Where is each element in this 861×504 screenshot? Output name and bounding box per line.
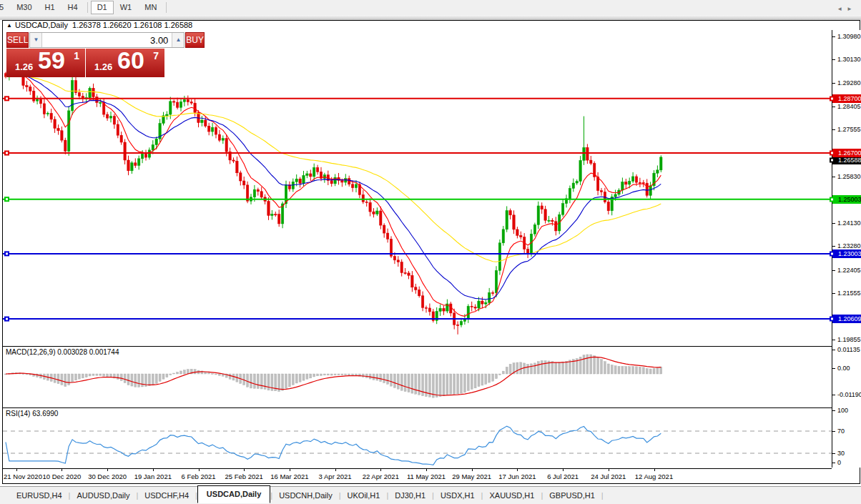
chart-title-symbol: USDCAD,Daily [15, 21, 68, 29]
date-tick [244, 469, 245, 471]
date-label: 29 May 2021 [452, 473, 491, 480]
rsi-pane-canvas[interactable] [3, 408, 832, 468]
price-axis-tick: 1.24130 [832, 219, 861, 227]
rsi-axis-tick: 30 [832, 450, 861, 457]
buy-price-figure: 1.26 [94, 61, 112, 72]
date-label: 21 Nov 2020 [4, 473, 42, 480]
chart-title-ohlc: 1.26378 1.26620 1.26108 1.26588 [72, 21, 192, 29]
chart-tab-usdcnh-daily[interactable]: USDCNH,Daily [272, 488, 339, 503]
chart-tab-eurusd-h4[interactable]: EURUSD,H4 [10, 488, 69, 503]
macd-indicator-label: MACD(12,26,9) 0.003028 0.001744 [6, 348, 119, 356]
date-label: 17 Jun 2021 [498, 473, 536, 480]
timeframe-button-d1[interactable]: D1 [91, 1, 114, 14]
date-tick [426, 469, 427, 471]
date-axis[interactable]: 21 Nov 202010 Dec 202030 Dec 202019 Jan … [3, 469, 832, 485]
tab-scroll-right-button[interactable]: ► [847, 6, 857, 12]
volume-decrease-button[interactable]: ▼ [30, 33, 42, 47]
sell-price-pips: 59 [38, 46, 65, 74]
line-handle-icon[interactable] [830, 158, 835, 163]
collapse-icon[interactable]: ▲ [6, 22, 12, 29]
macd-axis-tick: 0.00 [832, 365, 861, 372]
horizontal-level-lines [3, 96, 832, 321]
timeframe-button-h1[interactable]: H1 [39, 1, 62, 14]
timeframe-button-m30[interactable]: M30 [10, 1, 38, 14]
date-label: 19 Jan 2021 [134, 473, 172, 480]
price-axis-tick: 1.30130 [832, 56, 861, 63]
chart-tab-audusd-daily[interactable]: AUDUSD,Daily [70, 488, 136, 503]
date-tick [517, 469, 518, 471]
candlesticks [4, 58, 662, 334]
macd-pane-canvas[interactable] [3, 347, 832, 407]
rsi-axis-tick: 100 [832, 407, 861, 414]
date-tick [62, 469, 62, 471]
date-tick [335, 469, 336, 471]
volume-input[interactable] [42, 33, 172, 47]
chart-plot-area: MACD(12,26,9) 0.003028 0.001744 RSI(14) … [3, 30, 832, 468]
date-tick [380, 469, 381, 471]
level-price-label: 1.25003 [832, 195, 861, 204]
date-tick [290, 469, 290, 471]
price-axis-tick: 1.21555 [832, 290, 861, 297]
tab-scroll-left-button[interactable]: ◄ [837, 6, 847, 12]
buy-price-box[interactable]: 1.26 60 7 [86, 49, 164, 77]
chart-tab-usdcad-daily[interactable]: USDCAD,Daily [197, 485, 270, 503]
buy-price-point: 7 [153, 50, 159, 61]
tab-scroll-buttons: ◄► [837, 6, 857, 12]
buy-button[interactable]: BUY [185, 32, 205, 48]
buy-price-pips: 60 [117, 46, 144, 74]
date-tick [609, 469, 609, 471]
sell-price-figure: 1.26 [15, 61, 33, 72]
chart-tab-gbpusd-h1[interactable]: GBPUSD,H1 [543, 488, 601, 503]
price-axis[interactable]: 1.309801.301301.292801.284051.275551.258… [832, 30, 861, 468]
date-label: 12 Aug 2021 [635, 473, 673, 480]
date-tick [199, 469, 200, 471]
price-axis-tick: 1.22405 [832, 267, 861, 274]
price-axis-tick: 1.30980 [832, 33, 861, 40]
up-arrow-icon: ▲ [175, 36, 181, 43]
line-handle-icon[interactable] [830, 151, 835, 156]
sell-button[interactable]: SELL [6, 32, 29, 48]
toolbar-divider [0, 15, 861, 20]
trading-platform: 5M30H1H4D1W1MN ▲USDCAD,Daily 1.26378 1.2… [0, 0, 861, 504]
chart-tab-usdchf-h4[interactable]: USDCHF,H4 [138, 488, 195, 503]
date-tick [472, 469, 473, 471]
sell-price-box[interactable]: 1.26 59 1 [6, 49, 85, 77]
macd-histogram [5, 355, 662, 397]
rsi-line [6, 426, 661, 465]
down-arrow-icon: ▼ [33, 36, 39, 43]
toolbar-separator [166, 2, 167, 13]
toolbar-separator [87, 2, 88, 13]
line-handle-icon[interactable] [830, 251, 835, 256]
date-tick [107, 469, 108, 471]
timeframe-button-5[interactable]: 5 [0, 1, 10, 14]
current-price-label: 1.26588 [832, 156, 861, 164]
rsi-axis-tick: 70 [832, 428, 861, 435]
level-price-label: 1.23003 [832, 249, 861, 258]
macd-axis-tick: -0.01190 [832, 391, 861, 398]
timeframe-toolbar: 5M30H1H4D1W1MN [0, 0, 861, 15]
timeframe-button-mn[interactable]: MN [138, 1, 163, 14]
timeframe-button-w1[interactable]: W1 [114, 1, 139, 14]
level-price-label: 1.20609 [832, 315, 861, 323]
timeframe-button-h4[interactable]: H4 [62, 1, 84, 14]
chart-window: ▲USDCAD,Daily 1.26378 1.26620 1.26108 1.… [2, 20, 860, 484]
date-label: 6 Jul 2021 [547, 473, 579, 480]
price-chart-canvas[interactable] [3, 30, 832, 346]
price-axis-tick: 1.27555 [832, 126, 861, 133]
price-axis-tick: 1.29280 [832, 79, 861, 87]
line-handle-icon[interactable] [830, 317, 835, 322]
chart-tab-bar: EURUSD,H4|AUDUSD,Daily|USDCHF,H4|USDCAD,… [0, 486, 861, 504]
one-click-trading-panel: SELL ▼ ▲ BUY 1.26 59 1 1.26 60 7 [6, 32, 164, 77]
date-label: 24 Jul 2021 [591, 473, 626, 480]
chart-titlebar: ▲USDCAD,Daily 1.26378 1.26620 1.26108 1.… [3, 21, 860, 30]
date-label: 10 Dec 2020 [42, 473, 81, 480]
chart-tab-ukoil-h1[interactable]: UKOil,H1 [341, 488, 387, 503]
date-tick [563, 469, 564, 471]
chart-tab-usdx-h1[interactable]: USDX,H1 [434, 488, 481, 503]
line-handle-icon[interactable] [830, 96, 835, 101]
chart-tab-xauusd-h1[interactable]: XAUUSD,H1 [483, 488, 541, 503]
line-handle-icon[interactable] [830, 197, 835, 202]
volume-increase-button[interactable]: ▲ [172, 33, 184, 47]
sell-price-point: 1 [74, 50, 79, 61]
chart-tab-dj30-h1[interactable]: DJ30,H1 [388, 488, 432, 503]
